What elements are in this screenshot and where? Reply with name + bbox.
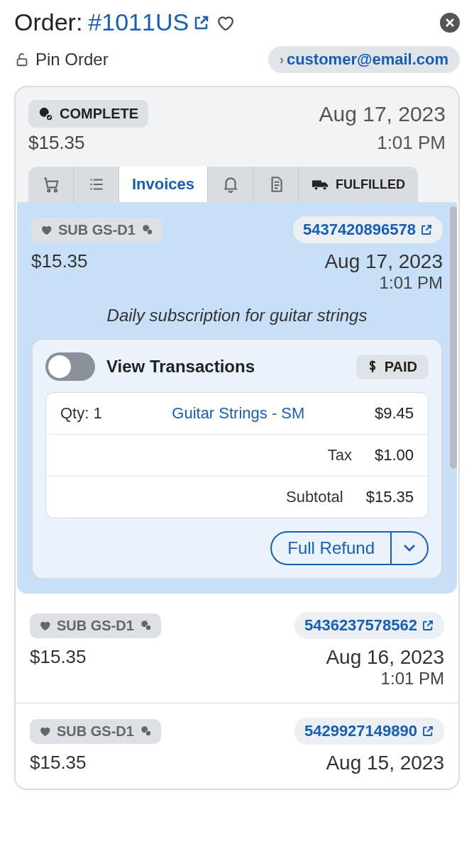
external-link-icon [420, 223, 433, 236]
invoice-id-link[interactable]: 5436237578562 [294, 612, 444, 639]
bell-icon [221, 175, 240, 194]
tax-row: Tax $1.00 [46, 434, 428, 476]
tab-list[interactable] [74, 167, 119, 202]
tab-notifications[interactable] [208, 167, 253, 202]
invoice-item[interactable]: SUB GS-D1 5429927149890 $15.35 Aug 15, 2… [16, 703, 458, 789]
svg-point-9 [147, 229, 153, 235]
invoice-description: Daily subscription for guitar strings [31, 306, 443, 326]
summary-amount: $15.35 [28, 132, 85, 154]
recur-icon [141, 223, 154, 236]
view-transactions-label: View Transactions [106, 357, 356, 377]
favorite-icon[interactable] [216, 13, 234, 32]
tax-value: $1.00 [375, 446, 414, 464]
invoice-amount: $15.35 [30, 646, 87, 668]
order-id-text: #1011US [88, 9, 189, 36]
order-id-link[interactable]: #1011US [88, 9, 210, 36]
external-link-icon [193, 14, 210, 31]
sub-label: SUB GS-D1 [58, 222, 136, 238]
close-icon [444, 17, 456, 28]
status-pill: COMPLETE [28, 100, 148, 128]
order-card: COMPLETE Aug 17, 2023 $15.35 1:01 PM Inv… [14, 86, 460, 790]
header-row: Order: #1011US [14, 9, 460, 36]
invoice-id-link[interactable]: 5429927149890 [294, 718, 444, 745]
dollar-icon [368, 360, 377, 374]
tabs-bar: Invoices FULFILLED [28, 167, 446, 202]
tab-cart[interactable] [28, 167, 74, 202]
invoice-time: 1:01 PM [326, 669, 444, 689]
tab-document[interactable] [253, 167, 299, 202]
invoice-date: Aug 16, 2023 [326, 646, 444, 669]
status-text: COMPLETE [60, 106, 138, 122]
heart-solid-icon [40, 223, 53, 236]
invoice-item-expanded[interactable]: SUB GS-D1 5437420896578 $15.35 Aug 17, 2… [17, 202, 457, 594]
list-icon [87, 175, 106, 194]
pin-order-button[interactable]: Pin Order [14, 50, 109, 69]
line-item-qty: Qty: 1 [60, 404, 102, 423]
sub-label: SUB GS-D1 [57, 723, 134, 740]
subscription-pill: SUB GS-D1 [30, 719, 161, 744]
line-item-row: Qty: 1 Guitar Strings - SM $9.45 [46, 393, 428, 434]
svg-point-3 [48, 189, 50, 191]
toggle-knob [48, 355, 71, 378]
external-link-icon [421, 619, 434, 632]
chevron-right-icon: › [280, 52, 284, 67]
truck-icon [312, 177, 330, 191]
refund-dropdown[interactable] [390, 533, 427, 564]
invoice-item[interactable]: SUB GS-D1 5436237578562 $15.35 Aug 16, 2… [16, 598, 458, 703]
heart-solid-icon [38, 619, 51, 632]
subtotal-row: Subtotal $15.35 [46, 476, 428, 518]
subheader-row: Pin Order › customer@email.com [14, 46, 460, 73]
line-item-name[interactable]: Guitar Strings - SM [102, 404, 375, 423]
tab-invoices-label: Invoices [132, 175, 194, 194]
recur-icon [140, 725, 153, 738]
invoice-time: 1:01 PM [324, 273, 443, 293]
refund-label: Full Refund [272, 533, 390, 564]
svg-rect-5 [312, 180, 321, 187]
chevron-down-icon [403, 544, 416, 552]
tab-fulfilled-label: FULFILLED [336, 177, 405, 192]
line-items-table: Qty: 1 Guitar Strings - SM $9.45 Tax $1.… [45, 392, 429, 518]
pin-order-label: Pin Order [35, 50, 109, 69]
invoice-details-card: View Transactions PAID Qty: 1 Guitar Str… [31, 338, 443, 579]
recur-icon [140, 619, 153, 632]
scrollbar[interactable] [450, 206, 457, 469]
subscription-pill: SUB GS-D1 [31, 218, 162, 243]
tab-invoices[interactable]: Invoices [119, 167, 208, 202]
invoice-id-link[interactable]: 5437420896578 [293, 216, 443, 243]
document-icon [267, 175, 285, 194]
customer-email-text: customer@email.com [287, 50, 448, 69]
invoices-content: SUB GS-D1 5437420896578 $15.35 Aug 17, 2… [16, 202, 458, 789]
invoice-date: Aug 17, 2023 [324, 250, 443, 273]
line-item-price: $9.45 [375, 404, 414, 423]
summary-time: 1:01 PM [377, 132, 446, 154]
invoice-date: Aug 15, 2023 [326, 752, 444, 774]
svg-rect-0 [18, 59, 27, 65]
svg-point-6 [314, 187, 318, 190]
tab-fulfilled[interactable]: FULFILLED [299, 167, 418, 202]
external-link-icon [421, 725, 434, 738]
sub-label: SUB GS-D1 [57, 618, 134, 634]
customer-email-pill[interactable]: › customer@email.com [268, 46, 460, 73]
svg-point-13 [145, 730, 151, 736]
cart-icon [42, 175, 60, 194]
complete-icon [38, 106, 54, 122]
view-transactions-toggle[interactable] [45, 352, 95, 381]
close-button[interactable] [440, 13, 460, 33]
full-refund-button[interactable]: Full Refund [270, 531, 429, 565]
invoice-amount: $15.35 [30, 752, 87, 774]
invoice-id-text: 5429927149890 [304, 722, 417, 740]
svg-point-7 [323, 187, 326, 190]
paid-label: PAID [385, 359, 417, 375]
subtotal-label: Subtotal [60, 488, 366, 506]
order-label: Order: [14, 9, 82, 36]
svg-point-11 [145, 625, 151, 630]
lock-open-icon [14, 52, 30, 67]
tax-label: Tax [60, 446, 375, 464]
subtotal-value: $15.35 [366, 488, 414, 506]
invoice-amount: $15.35 [31, 250, 88, 272]
paid-pill: PAID [356, 355, 429, 379]
summary-date: Aug 17, 2023 [319, 102, 446, 126]
heart-solid-icon [38, 725, 51, 738]
invoice-id-text: 5436237578562 [304, 616, 417, 635]
invoice-id-text: 5437420896578 [303, 221, 416, 239]
